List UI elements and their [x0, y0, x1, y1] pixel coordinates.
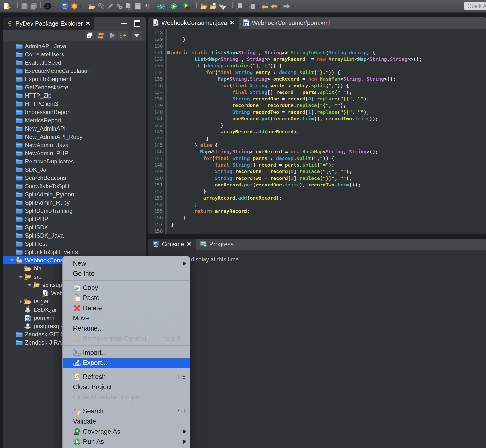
- expander-icon[interactable]: [18, 299, 24, 304]
- expander-icon[interactable]: [18, 276, 24, 278]
- tree-item[interactable]: ExecuteMetricCalculation: [3, 67, 146, 75]
- link-editor-button[interactable]: [96, 31, 106, 40]
- tree-item[interactable]: SplitSDK: [3, 223, 146, 232]
- tree-item[interactable]: NewAdmin_PHP: [3, 149, 146, 157]
- menu-item-new[interactable]: New: [63, 258, 190, 269]
- report-doc-button[interactable]: [133, 1, 142, 12]
- tree-item[interactable]: NewAdmin_Java: [3, 141, 146, 149]
- back-button[interactable]: [269, 1, 282, 12]
- maximize-icon[interactable]: [134, 20, 140, 27]
- tab-pydev-package-explorer[interactable]: PyDev Package Explorer ✕: [3, 17, 94, 30]
- tree-item[interactable]: SplitTest: [3, 240, 146, 248]
- code-editor[interactable]: 128129 }130131−public static List<Map<St…: [148, 29, 486, 234]
- feather-button[interactable]: [106, 1, 115, 12]
- tree-item[interactable]: HTTP_Zip: [3, 92, 146, 100]
- close-icon[interactable]: ✕: [86, 21, 90, 26]
- tree-item[interactable]: AdminAPI_Java: [3, 42, 146, 50]
- fetch-up-button[interactable]: [248, 1, 260, 12]
- view-menu-button[interactable]: [131, 31, 142, 40]
- menu-item-validate[interactable]: Validate: [63, 416, 190, 426]
- editor-tab[interactable]: MWebhookConsumer/pom.xml: [239, 17, 334, 29]
- expander-icon[interactable]: [26, 284, 33, 287]
- menu-item-coverage-as[interactable]: Coverage As: [63, 426, 190, 437]
- tree-item[interactable]: New_AdminAPI: [3, 124, 146, 133]
- tree-item[interactable]: SplitPHP: [3, 215, 146, 223]
- tree-item[interactable]: SnowflakeToSplit: [3, 182, 146, 190]
- console-tab-console[interactable]: Console✕: [148, 239, 196, 250]
- task-orange-button[interactable]: [70, 1, 82, 12]
- account-button[interactable]: [43, 1, 56, 12]
- console-tab-progress[interactable]: Progress: [196, 239, 238, 250]
- filters-button[interactable]: [118, 31, 128, 40]
- editor-tab[interactable]: JWebhookConsumer.java✕: [148, 17, 239, 29]
- tree-item[interactable]: SDK_Jar: [3, 166, 146, 174]
- tree-item[interactable]: SplunkToSplitEvents: [3, 248, 146, 256]
- fold-gutter: [164, 56, 171, 63]
- open-folder-button[interactable]: [199, 1, 208, 12]
- minimize-icon[interactable]: [122, 23, 127, 24]
- tab-close-icon[interactable]: ✕: [230, 20, 235, 26]
- tree-item[interactable]: SplitDemoTraining: [3, 207, 146, 215]
- last-edit-button[interactable]: *: [260, 1, 269, 12]
- folder-blue-icon: [15, 109, 23, 115]
- fold-gutter: [164, 142, 171, 148]
- menu-item-search[interactable]: Search...^H: [63, 406, 190, 416]
- code-line: 154 }: [148, 201, 486, 208]
- expander-icon[interactable]: [9, 259, 15, 262]
- tree-item[interactable]: EvaluateSeed: [3, 59, 146, 67]
- tab-close-icon[interactable]: ✕: [186, 241, 191, 247]
- tree-item[interactable]: SplitAdmin_Python: [3, 190, 146, 199]
- menu-item-rename[interactable]: Rename...: [63, 323, 190, 334]
- tree-item[interactable]: SplitSDK_Java: [3, 232, 146, 240]
- menu-item-refresh[interactable]: RefreshF5: [63, 372, 190, 382]
- gears-button[interactable]: [115, 1, 124, 12]
- new-beetle-button[interactable]: [156, 1, 169, 12]
- tree-item[interactable]: MetricsReport: [3, 116, 146, 124]
- menu-item-copy[interactable]: Copy: [63, 283, 190, 293]
- line-number: 134: [148, 69, 164, 76]
- tree-item[interactable]: ImpressionReport: [3, 108, 146, 116]
- tree-item[interactable]: GetZendeskVote: [3, 83, 146, 92]
- fold-gutter: [164, 195, 171, 201]
- pilcrow-button[interactable]: ¶: [142, 1, 152, 12]
- menu-item-close-project[interactable]: Close Project: [63, 382, 190, 392]
- tree-item[interactable]: New_AdminAPI_Ruby: [3, 133, 146, 141]
- doc-sync-button[interactable]: [124, 1, 133, 12]
- code-text: }: [171, 122, 224, 128]
- menu-item-label: Close Unrelated Project: [73, 393, 142, 401]
- flashlight-button[interactable]: [218, 1, 230, 12]
- tree-item[interactable]: SearchBeacons: [3, 174, 146, 182]
- save-all-button[interactable]: [29, 1, 38, 12]
- code-text: Map<String,String> oneRecord = new HashM…: [171, 76, 396, 82]
- menu-item-export[interactable]: Export...: [63, 358, 190, 368]
- new-wizard-button[interactable]: [2, 1, 15, 12]
- menu-item-label: Delete: [83, 304, 102, 312]
- menu-item-move[interactable]: Move...: [63, 313, 190, 323]
- tree-item[interactable]: SplitAdmin_Ruby: [3, 199, 146, 207]
- menu-item-delete[interactable]: Delete: [63, 303, 190, 313]
- menu-item-run-as[interactable]: Run As: [63, 437, 190, 447]
- menu-item-go-into[interactable]: Go Into: [63, 269, 190, 279]
- open-wizard-button[interactable]: [87, 1, 97, 12]
- fetch-down-button[interactable]: [235, 1, 248, 12]
- package-presentation-button[interactable]: [107, 31, 117, 40]
- debug-run-button[interactable]: [182, 1, 194, 12]
- code-text: }: [171, 201, 197, 208]
- pin-task-button[interactable]: C: [97, 1, 106, 12]
- run-button[interactable]: [169, 1, 182, 12]
- menu-item-import[interactable]: Import...: [63, 347, 190, 358]
- quick-access-box[interactable]: Quick A: [464, 2, 486, 10]
- console-shell-button[interactable]: [61, 1, 70, 12]
- fold-marker-icon[interactable]: −: [167, 51, 170, 55]
- tree-item[interactable]: RemoveDuplicates: [3, 157, 146, 166]
- fold-gutter: [164, 89, 171, 96]
- collapse-all-button[interactable]: [85, 31, 95, 40]
- menu-item-paste[interactable]: Paste: [63, 293, 190, 303]
- save-button[interactable]: [20, 1, 29, 12]
- tree-item[interactable]: HTTPClient3: [3, 100, 146, 108]
- paste-folder-button[interactable]: [208, 1, 218, 12]
- tree-item[interactable]: CorrelateUsers: [3, 50, 146, 59]
- code-line: 139 recordOne = recordOne.replace("{", "…: [148, 102, 486, 109]
- tree-item[interactable]: ExportToSegment: [3, 75, 146, 83]
- forward-button[interactable]: [282, 1, 295, 12]
